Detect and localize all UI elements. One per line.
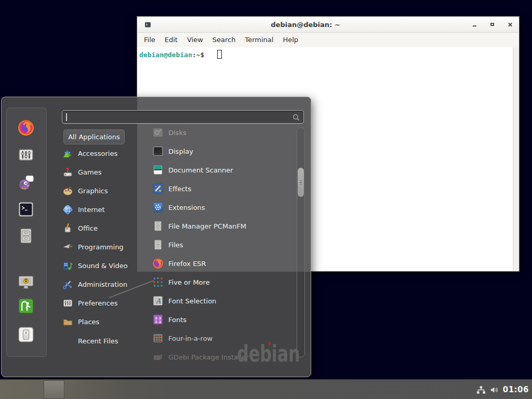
menu-file[interactable]: File (139, 33, 160, 47)
terminal-cursor (217, 50, 222, 59)
category-sound-video[interactable]: Sound & Video (62, 258, 140, 274)
app-extensions-icon (152, 202, 164, 213)
app-label: Five or More (168, 278, 210, 286)
app-files[interactable]: Files (137, 235, 293, 254)
category-preferences[interactable]: Preferences (62, 296, 140, 311)
cat-places-icon (62, 316, 73, 327)
app-gdebi-icon (152, 351, 164, 363)
app-disks-icon (152, 127, 164, 138)
app-display-icon (152, 145, 164, 157)
menu-edit[interactable]: Edit (160, 33, 182, 47)
cat-administration-icon (62, 279, 73, 290)
app-list-scrollbar[interactable] (297, 127, 305, 357)
app-firefox-esr[interactable]: Firefox ESR (137, 254, 293, 273)
prompt-user-host: debian@debian (139, 51, 192, 59)
cat-games-icon (62, 167, 73, 178)
menu-terminal[interactable]: Terminal (240, 33, 278, 47)
cat-office-icon (62, 223, 73, 234)
app-label: Document Scanner (168, 166, 233, 174)
favorite-shutdown[interactable] (17, 326, 35, 343)
cat-preferences-icon (62, 298, 73, 309)
category-games[interactable]: Games (62, 164, 140, 180)
app-display[interactable]: Display (137, 142, 293, 161)
app-label: Fonts (168, 316, 187, 324)
app-extensions[interactable]: Extensions (137, 198, 293, 217)
text-cursor (66, 113, 67, 121)
window-title: debian@debian: ~ (151, 21, 460, 29)
terminal-titlebar[interactable]: debian@debian: ~ (137, 17, 519, 33)
app-label: Display (168, 148, 193, 155)
volume-icon[interactable] (489, 385, 499, 395)
category-label: Recent Files (78, 337, 118, 345)
category-programming[interactable]: Programming (62, 240, 140, 255)
minimize-button[interactable] (471, 21, 477, 28)
close-button[interactable] (507, 21, 513, 28)
svg-text:a a: a a (155, 320, 161, 324)
search-input[interactable] (62, 110, 304, 124)
app-fonts-icon: a aa a (152, 314, 164, 325)
debian-watermark: debian (237, 340, 300, 367)
terminal-menubar: FileEditViewSearchTerminalHelp (137, 33, 519, 48)
category-internet[interactable]: Internet (62, 202, 140, 217)
network-icon[interactable] (476, 385, 486, 395)
system-tray: 01:06 (476, 380, 529, 399)
app-scanner-icon (152, 164, 164, 176)
app-font-selection[interactable]: AFont Selection (137, 291, 293, 310)
app-five-or-more[interactable]: Five or More (137, 273, 293, 291)
lock-screen-icon (17, 273, 35, 291)
app-five-icon (152, 276, 164, 288)
terminal-scrollbar[interactable] (513, 47, 519, 271)
taskbar: :D: 01:06 (0, 379, 532, 399)
app-label: Firefox ESR (168, 260, 206, 268)
favorite-pidgin[interactable] (17, 174, 35, 191)
category-label: Games (78, 168, 101, 176)
scrollbar-handle[interactable] (298, 168, 304, 197)
desktop: debian@debian: ~ FileEditViewSearchTermi… (0, 0, 532, 399)
app-effects[interactable]: Effects (137, 179, 293, 198)
maximize-button[interactable] (489, 21, 495, 28)
window-controls (460, 21, 513, 28)
all-applications-button[interactable]: All Applications (63, 129, 125, 144)
favorite-logout[interactable] (17, 297, 35, 315)
category-label: Accessories (78, 150, 117, 157)
app-label: Font Selection (168, 297, 216, 305)
favorite-terminal[interactable] (17, 201, 35, 218)
category-graphics[interactable]: Graphics (62, 183, 140, 198)
app-file-manager-pcmanfm[interactable]: File Manager PCManFM (137, 217, 293, 235)
app-document-scanner[interactable]: Document Scanner (137, 161, 293, 179)
favorites-sidebar (6, 108, 47, 357)
favorite-cabinet[interactable] (17, 227, 35, 245)
favorite-settings[interactable] (17, 146, 35, 164)
app-label: Extensions (168, 204, 205, 211)
category-label: Programming (78, 243, 124, 251)
category-label: Internet (78, 206, 105, 214)
category-office[interactable]: Office (62, 220, 140, 236)
terminal-window-icon (144, 21, 151, 28)
app-effects-icon (152, 183, 164, 194)
menu-search[interactable]: Search (208, 33, 241, 47)
application-list: DisksDisplayDocument ScannerEffectsExten… (137, 124, 297, 364)
category-label: Places (78, 318, 99, 326)
active-window-button[interactable] (44, 380, 64, 399)
app-cabinet-icon (152, 239, 164, 250)
category-accessories[interactable]: Accessories (62, 145, 140, 161)
app-disks[interactable]: Disks (137, 124, 293, 142)
logout-icon (17, 297, 35, 315)
app-fontsel-icon: A (152, 295, 164, 307)
cat-programming-icon (62, 242, 73, 252)
favorite-lock-screen[interactable] (17, 273, 35, 291)
terminal-icon (17, 201, 35, 218)
favorite-firefox[interactable] (17, 119, 35, 137)
app-cabinet-icon (152, 220, 164, 232)
clock[interactable]: 01:06 (503, 385, 529, 394)
menu-help[interactable]: Help (278, 33, 303, 47)
category-label: Preferences (78, 299, 117, 307)
app-four-icon (152, 332, 164, 344)
menu-view[interactable]: View (182, 33, 208, 47)
app-firefox-icon (152, 258, 164, 269)
application-menu: debian All Applications AccessoriesGames… (1, 97, 311, 377)
category-recent-files[interactable]: Recent Files (62, 333, 140, 349)
pidgin-icon (17, 174, 35, 191)
app-fonts[interactable]: a aa aFonts (137, 310, 293, 329)
category-places[interactable]: Places (62, 314, 140, 330)
